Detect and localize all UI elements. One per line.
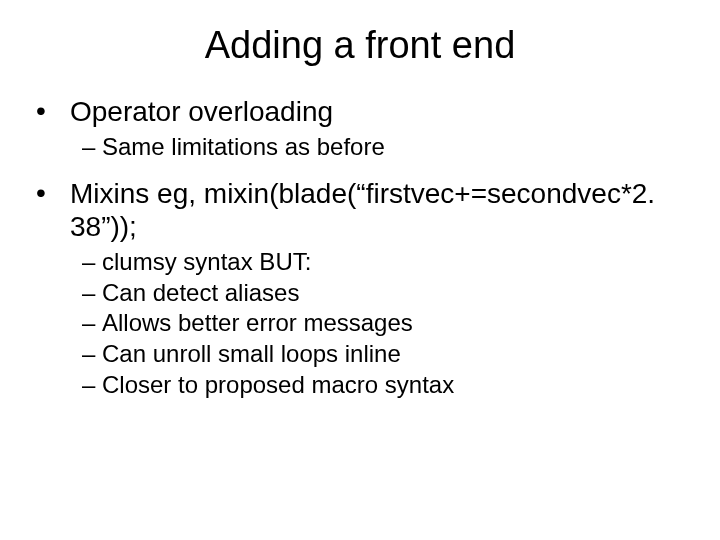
sub-list-item: – Same limitations as before bbox=[82, 132, 690, 163]
dash-icon: – bbox=[82, 308, 102, 339]
sub-list-item: – Can unroll small loops inline bbox=[82, 339, 690, 370]
bullet-icon: • bbox=[30, 177, 70, 209]
sub-list-item-text: Can unroll small loops inline bbox=[102, 339, 401, 370]
bullet-icon: • bbox=[30, 95, 70, 127]
sub-list-item-text: Allows better error messages bbox=[102, 308, 413, 339]
sub-list-item-text: Closer to proposed macro syntax bbox=[102, 370, 454, 401]
dash-icon: – bbox=[82, 247, 102, 278]
sub-bullet-list: – Same limitations as before bbox=[30, 132, 690, 163]
slide-title: Adding a front end bbox=[30, 24, 690, 67]
sub-list-item: – clumsy syntax BUT: bbox=[82, 247, 690, 278]
sub-bullet-list: – clumsy syntax BUT: – Can detect aliase… bbox=[30, 247, 690, 401]
dash-icon: – bbox=[82, 278, 102, 309]
dash-icon: – bbox=[82, 339, 102, 370]
sub-list-item: – Allows better error messages bbox=[82, 308, 690, 339]
list-item-text: Mixins eg, mixin(blade(“firstvec+=second… bbox=[70, 177, 690, 243]
sub-list-item: – Closer to proposed macro syntax bbox=[82, 370, 690, 401]
sub-list-item-text: Same limitations as before bbox=[102, 132, 385, 163]
sub-list-item: – Can detect aliases bbox=[82, 278, 690, 309]
sub-list-item-text: clumsy syntax BUT: bbox=[102, 247, 311, 278]
sub-list-item-text: Can detect aliases bbox=[102, 278, 299, 309]
list-item: • Mixins eg, mixin(blade(“firstvec+=seco… bbox=[30, 177, 690, 401]
bullet-list: • Operator overloading – Same limitation… bbox=[30, 95, 690, 400]
slide: Adding a front end • Operator overloadin… bbox=[0, 0, 720, 540]
dash-icon: – bbox=[82, 132, 102, 163]
dash-icon: – bbox=[82, 370, 102, 401]
list-item: • Operator overloading – Same limitation… bbox=[30, 95, 690, 163]
list-item-text: Operator overloading bbox=[70, 95, 690, 128]
